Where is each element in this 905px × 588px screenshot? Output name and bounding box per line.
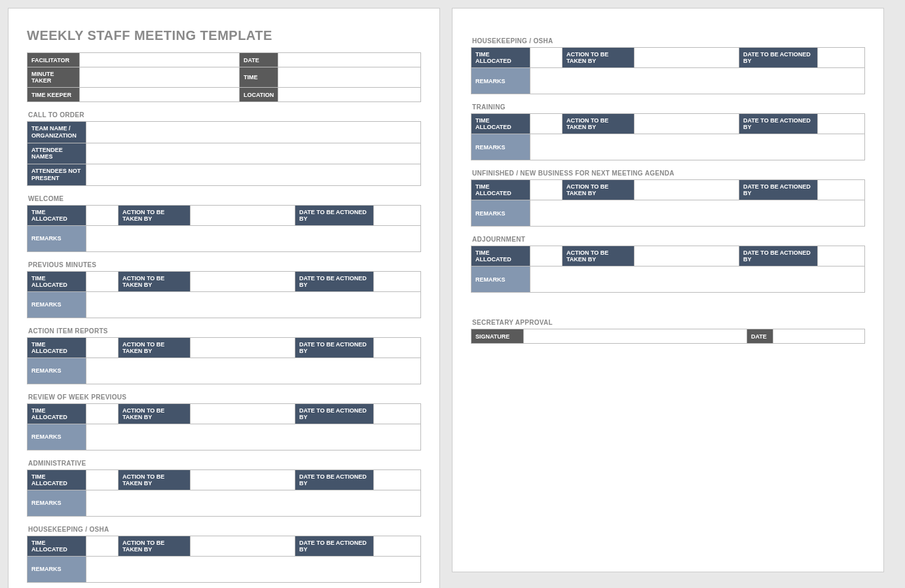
remarks-field[interactable] [530, 266, 865, 293]
date-by-field[interactable] [818, 114, 865, 134]
time-keeper-field[interactable] [80, 88, 240, 102]
approval-header: SECRETARY APPROVAL [472, 319, 865, 326]
time-allocated-field[interactable] [530, 48, 563, 68]
time-allocated-field[interactable] [86, 337, 119, 358]
date-by-field[interactable] [374, 205, 421, 225]
time-allocated-field[interactable] [530, 180, 563, 200]
time-allocated-label: TIME ALLOCATED [471, 114, 530, 134]
date-field[interactable] [278, 53, 421, 67]
action-by-label: ACTION TO BE TAKEN BY [119, 469, 191, 490]
team-name-label: TEAM NAME / ORGANIZATION [28, 122, 86, 143]
agenda-table: TIME ALLOCATEDACTION TO BE TAKEN BYDATE … [27, 205, 421, 252]
agenda-section-header: UNFINISHED / NEW BUSINESS FOR NEXT MEETI… [472, 170, 865, 177]
action-by-field[interactable] [191, 271, 295, 291]
remarks-field[interactable] [86, 490, 421, 516]
time-allocated-field[interactable] [530, 114, 563, 134]
action-by-label: ACTION TO BE TAKEN BY [119, 403, 191, 424]
agenda-section-header: REVIEW OF WEEK PREVIOUS [28, 394, 421, 401]
not-present-field[interactable] [86, 164, 421, 186]
date-by-field[interactable] [374, 271, 421, 291]
date-by-field[interactable] [374, 403, 421, 424]
signature-field[interactable] [524, 329, 747, 344]
action-by-field[interactable] [635, 246, 739, 266]
approval-date-field[interactable] [773, 329, 865, 344]
agenda-section-header: ADMINISTRATIVE [28, 460, 421, 467]
remarks-field[interactable] [530, 200, 865, 227]
remarks-field[interactable] [86, 225, 421, 251]
remarks-field[interactable] [86, 424, 421, 450]
team-name-field[interactable] [86, 122, 421, 143]
agenda-section-header: HOUSEKEEPING / OSHA [472, 37, 865, 45]
time-allocated-label: TIME ALLOCATED [28, 337, 86, 358]
time-field[interactable] [278, 67, 421, 88]
date-by-label: DATE TO BE ACTIONED BY [739, 246, 818, 266]
action-by-label: ACTION TO BE TAKEN BY [563, 180, 635, 200]
approval-date-label: DATE [747, 329, 773, 344]
date-by-label: DATE TO BE ACTIONED BY [295, 536, 374, 556]
facilitator-label: FACILITATOR [28, 53, 80, 67]
attendee-names-label: ATTENDEE NAMES [28, 143, 86, 164]
agenda-table: TIME ALLOCATEDACTION TO BE TAKEN BYDATE … [471, 179, 865, 227]
agenda-section-header: ACTION ITEM REPORTS [28, 327, 421, 335]
action-by-label: ACTION TO BE TAKEN BY [563, 48, 635, 68]
action-by-field[interactable] [191, 205, 295, 225]
action-by-field[interactable] [635, 114, 739, 134]
date-by-label: DATE TO BE ACTIONED BY [295, 469, 374, 490]
time-label: TIME [240, 67, 278, 88]
action-by-field[interactable] [191, 469, 295, 490]
remarks-label: REMARKS [471, 134, 530, 160]
date-by-field[interactable] [818, 180, 865, 200]
attendee-names-field[interactable] [86, 143, 421, 164]
action-by-field[interactable] [191, 337, 295, 358]
agenda-table: TIME ALLOCATEDACTION TO BE TAKEN BYDATE … [27, 337, 421, 384]
agenda-section-header: ADJOURNMENT [472, 236, 865, 243]
time-allocated-field[interactable] [86, 205, 119, 225]
not-present-label: ATTENDEES NOT PRESENT [28, 164, 86, 186]
date-by-field[interactable] [374, 337, 421, 358]
minute-taker-label: MINUTE TAKER [28, 67, 80, 88]
call-to-order-table: TEAM NAME / ORGANIZATION ATTENDEE NAMES … [27, 121, 421, 186]
time-allocated-label: TIME ALLOCATED [28, 469, 86, 490]
date-by-label: DATE TO BE ACTIONED BY [295, 271, 374, 291]
remarks-label: REMARKS [28, 291, 86, 318]
date-by-field[interactable] [374, 536, 421, 556]
agenda-table: TIME ALLOCATEDACTION TO BE TAKEN BYDATE … [27, 403, 421, 450]
date-label: DATE [240, 53, 278, 67]
remarks-label: REMARKS [28, 556, 86, 582]
remarks-field[interactable] [86, 291, 421, 318]
time-allocated-label: TIME ALLOCATED [28, 205, 86, 225]
signature-label: SIGNATURE [471, 329, 524, 344]
minute-taker-field[interactable] [80, 67, 240, 88]
document-page-2: HOUSEKEEPING / OSHATIME ALLOCATEDACTION … [452, 8, 884, 572]
remarks-label: REMARKS [471, 266, 530, 293]
date-by-field[interactable] [818, 246, 865, 266]
time-allocated-label: TIME ALLOCATED [471, 48, 530, 68]
facilitator-field[interactable] [80, 53, 240, 67]
remarks-label: REMARKS [28, 225, 86, 251]
remarks-field[interactable] [86, 556, 421, 582]
remarks-field[interactable] [530, 68, 865, 94]
remarks-field[interactable] [530, 134, 865, 160]
action-by-field[interactable] [635, 180, 739, 200]
action-by-field[interactable] [191, 536, 295, 556]
time-allocated-label: TIME ALLOCATED [28, 271, 86, 291]
action-by-field[interactable] [191, 403, 295, 424]
date-by-field[interactable] [818, 48, 865, 68]
agenda-table: TIME ALLOCATEDACTION TO BE TAKEN BYDATE … [471, 47, 865, 94]
time-allocated-field[interactable] [530, 246, 563, 266]
time-allocated-field[interactable] [86, 271, 119, 291]
date-by-label: DATE TO BE ACTIONED BY [295, 337, 374, 358]
time-allocated-field[interactable] [86, 536, 119, 556]
time-keeper-label: TIME KEEPER [28, 88, 80, 102]
action-by-field[interactable] [635, 48, 739, 68]
time-allocated-label: TIME ALLOCATED [28, 403, 86, 424]
agenda-section-header: WELCOME [28, 195, 421, 202]
time-allocated-field[interactable] [86, 469, 119, 490]
time-allocated-field[interactable] [86, 403, 119, 424]
document-title: WEEKLY STAFF MEETING TEMPLATE [27, 28, 421, 43]
date-by-field[interactable] [374, 469, 421, 490]
location-field[interactable] [278, 88, 421, 102]
remarks-field[interactable] [86, 358, 421, 384]
approval-table: SIGNATURE DATE [471, 329, 865, 344]
action-by-label: ACTION TO BE TAKEN BY [119, 536, 191, 556]
